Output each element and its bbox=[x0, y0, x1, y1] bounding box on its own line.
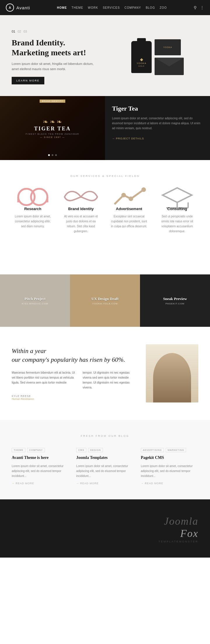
tiger-tea-section: BRAND IDENTITY ❧ ❧ ❧ TIGER TEA FINEST BL… bbox=[0, 96, 210, 160]
nav-icons: ⚲ ⋮ bbox=[194, 5, 204, 10]
spacer-1 bbox=[0, 251, 210, 274]
tiger-tea-link[interactable]: PROJECT DETAILS bbox=[112, 137, 144, 140]
blog-title-1: Joomla Templates bbox=[76, 455, 134, 460]
nav-links: HOME THEME WORK SERVICES COMPANY BLOG ZO… bbox=[57, 6, 167, 9]
product-bottle: ◆ YOOKAGOLD bbox=[131, 41, 152, 73]
footer-logo: JoomlaFox TEMPLATEMONSTER bbox=[158, 515, 198, 543]
consulting-icon bbox=[159, 191, 195, 203]
portfolio-item-sneak[interactable]: Sneak Preview PAGEKIT.COM bbox=[140, 274, 210, 327]
footer: JoomlaFox TEMPLATEMONSTER bbox=[0, 499, 210, 558]
testimonial-text-area: Within a yearour company's popularity ha… bbox=[12, 347, 137, 401]
nav-link-services[interactable]: SERVICES bbox=[103, 6, 120, 9]
blog-text-2: Lorem ipsum dolor sit amet, consectetur … bbox=[141, 464, 198, 478]
blog-section-label: FRESH FROM OUR BLOG bbox=[12, 434, 198, 437]
tea-dot-1[interactable] bbox=[48, 154, 50, 156]
brand-identity-icon bbox=[63, 191, 99, 203]
blog-tag-company[interactable]: COMPANY bbox=[27, 448, 45, 452]
nav-link-company[interactable]: COMPANY bbox=[125, 6, 141, 9]
service-consulting: Consulting Sed ut perspiciatis unde omni… bbox=[156, 188, 198, 237]
product-card-1: YOOKA bbox=[155, 39, 181, 55]
tea-ornament-icon: ❧ ❧ ❧ bbox=[26, 118, 79, 126]
nav-link-home[interactable]: HOME bbox=[57, 6, 67, 9]
navbar: A Avanti HOME THEME WORK SERVICES COMPAN… bbox=[0, 0, 210, 15]
portfolio-sub-1: KISS-MIKEVIC.COM bbox=[22, 302, 48, 305]
blog-tag-cms[interactable]: CMS bbox=[76, 448, 86, 452]
blog-title-0: Avanti Theme is here bbox=[12, 455, 69, 460]
testimonial-section: Within a yearour company's popularity ha… bbox=[0, 327, 210, 420]
nav-logo[interactable]: A Avanti bbox=[6, 3, 30, 12]
search-icon[interactable]: ⚲ bbox=[194, 5, 197, 10]
services-section: OUR SERVICES & SPECIAL FIELDS Research L… bbox=[0, 160, 210, 251]
person-image bbox=[153, 353, 191, 402]
svg-point-5 bbox=[129, 196, 133, 201]
testimonial-author: KYLE REESE Human Resistance bbox=[12, 395, 137, 400]
svg-point-6 bbox=[141, 187, 146, 192]
service-brand-identity: Brand Identity At vero eos et accusam et… bbox=[60, 188, 102, 237]
brand-identity-text: At vero eos et accusam et justo duo dolo… bbox=[63, 214, 99, 234]
blog-tags-1: CMS DESIGN bbox=[76, 448, 134, 452]
service-advertisement: Advertisement Excepteur sint occaecat cu… bbox=[108, 188, 150, 237]
product-envelope bbox=[155, 58, 184, 75]
services-section-label: OUR SERVICES & SPECIAL FIELDS bbox=[12, 175, 198, 178]
hero-text: 01 02 03 Brand Identity.Marketing meets … bbox=[12, 30, 99, 84]
blog-text-1: Lorem ipsum dolor sit amet, consectetur … bbox=[76, 464, 134, 478]
portfolio-section: Pitch Project KISS-MIKEVIC.COM UX Design… bbox=[0, 274, 210, 327]
blog-tag-marketing[interactable]: MARKETING bbox=[166, 448, 186, 452]
svg-point-1 bbox=[31, 189, 47, 205]
service-research: Research Lorem ipsum dolor sit amet, con… bbox=[12, 188, 54, 237]
nav-link-work[interactable]: WORK bbox=[88, 6, 98, 9]
blog-section: FRESH FROM OUR BLOG THEME COMPANY Avanti… bbox=[0, 420, 210, 499]
hero-subtitle: Lorem ipsum dolor sit amet, fringilla ve… bbox=[12, 61, 99, 72]
product-cards: YOOKA bbox=[155, 39, 184, 75]
testimonial-text-2: tempor. Ut dignissim mi nec egestas vive… bbox=[83, 370, 137, 390]
portfolio-item-pitch[interactable]: Pitch Project KISS-MIKEVIC.COM bbox=[0, 274, 70, 327]
tiger-tea-text: Lorem ipsum dolor sit amet, consectetur … bbox=[112, 116, 203, 131]
testimonial-body: Maecenas fermentum bibendum elit at laci… bbox=[12, 370, 137, 390]
consulting-text: Sed ut perspiciatis unde omnis iste natu… bbox=[159, 214, 195, 234]
blog-grid: THEME COMPANY Avanti Theme is here Lorem… bbox=[12, 448, 198, 485]
nav-link-zoo[interactable]: ZOO bbox=[160, 6, 167, 9]
portfolio-title-2: UX Design Draft bbox=[91, 297, 118, 301]
nav-link-theme[interactable]: THEME bbox=[71, 6, 83, 9]
hero-page-2[interactable]: 02 bbox=[18, 30, 21, 33]
advertisement-icon bbox=[111, 191, 147, 203]
tiger-tea-content: Tiger Tea Lorem ipsum dolor sit amet, co… bbox=[105, 96, 210, 160]
nav-link-blog[interactable]: BLOG bbox=[146, 6, 155, 9]
research-icon bbox=[15, 191, 51, 203]
testimonial-image bbox=[146, 344, 198, 402]
logo-name: Avanti bbox=[16, 5, 30, 10]
tea-dot-3[interactable] bbox=[55, 154, 57, 156]
tea-carousel-dots bbox=[48, 154, 57, 156]
portfolio-sub-3: PAGEKIT.COM bbox=[165, 302, 184, 305]
blog-tag-design[interactable]: DESIGN bbox=[88, 448, 103, 452]
tiger-tea-image: BRAND IDENTITY ❧ ❧ ❧ TIGER TEA FINEST BL… bbox=[0, 96, 105, 160]
blog-title-2: Pagekit CMS bbox=[141, 455, 198, 460]
advertisement-title: Advertisement bbox=[111, 207, 147, 211]
tea-logo-title: TIGER TEA bbox=[26, 126, 79, 132]
portfolio-title-1: Pitch Project bbox=[24, 297, 46, 301]
blog-post-1: CMS DESIGN Joomla Templates Lorem ipsum … bbox=[76, 448, 134, 485]
blog-read-more-2[interactable]: READ MORE bbox=[141, 482, 198, 485]
hero-page-1[interactable]: 01 bbox=[12, 30, 15, 33]
portfolio-item-ux[interactable]: UX Design Draft YOOKA-YOLA.COM bbox=[70, 274, 140, 327]
tea-dot-2[interactable] bbox=[52, 154, 53, 156]
blog-text-0: Lorem ipsum dolor sit amet, consectetur … bbox=[12, 464, 69, 478]
menu-icon[interactable]: ⋮ bbox=[200, 5, 204, 10]
blog-tag-advertising[interactable]: ADVERTISING bbox=[141, 448, 164, 452]
blog-read-more-1[interactable]: READ MORE bbox=[76, 482, 134, 485]
logo-icon: A bbox=[6, 3, 14, 12]
blog-post-2: ADVERTISING MARKETING Pagekit CMS Lorem … bbox=[141, 448, 198, 485]
svg-marker-7 bbox=[163, 188, 192, 202]
blog-tags-2: ADVERTISING MARKETING bbox=[141, 448, 198, 452]
tiger-tea-title: Tiger Tea bbox=[112, 105, 203, 112]
blog-read-more-0[interactable]: READ MORE bbox=[12, 482, 69, 485]
tea-badge: BRAND IDENTITY bbox=[40, 100, 65, 103]
portfolio-overlay-3: Sneak Preview PAGEKIT.COM bbox=[140, 274, 210, 327]
learn-more-button[interactable]: LEARN MORE bbox=[12, 77, 44, 84]
bottle-label: ◆ YOOKAGOLD bbox=[134, 57, 149, 67]
blog-tag-theme[interactable]: THEME bbox=[12, 448, 25, 452]
portfolio-overlay-2: UX Design Draft YOOKA-YOLA.COM bbox=[70, 274, 140, 327]
hero-page-3[interactable]: 03 bbox=[24, 30, 27, 33]
svg-point-4 bbox=[121, 193, 126, 197]
tea-logo: ❧ ❧ ❧ TIGER TEA FINEST BLACK TEA FROM ZA… bbox=[26, 118, 79, 138]
